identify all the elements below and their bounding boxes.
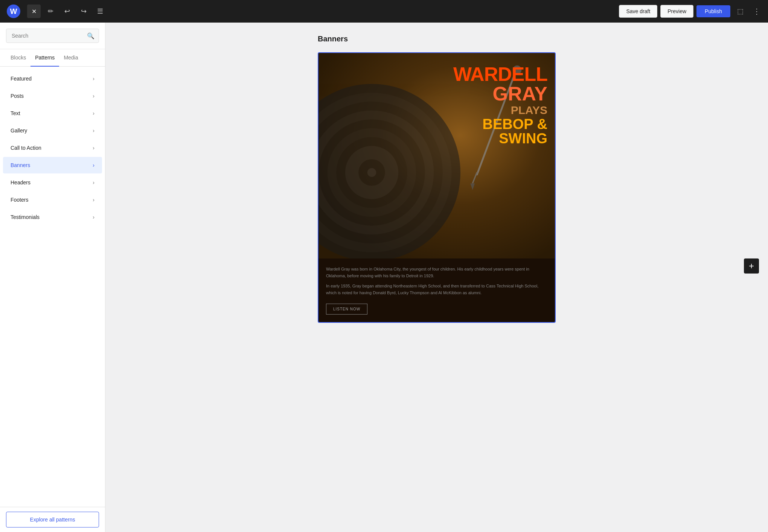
search-input-wrap: 🔍 (6, 29, 99, 43)
plays-text: PLAYS (326, 103, 547, 117)
wp-logo-area: W (5, 0, 23, 23)
save-draft-button[interactable]: Save draft (619, 5, 657, 18)
listen-now-button[interactable]: LISTEN NOW (326, 304, 367, 315)
main-layout: 🔍 Blocks Patterns Media Featured › Posts (0, 23, 768, 532)
search-icon: 🔍 (87, 32, 94, 40)
sidebar-item-gallery[interactable]: Gallery › (3, 122, 102, 139)
close-button[interactable]: ✕ (27, 5, 41, 18)
banner-description-para2: In early 1935, Gray began attending Nort… (326, 283, 547, 296)
tab-patterns[interactable]: Patterns (30, 49, 59, 67)
preview-button[interactable]: Preview (660, 5, 693, 18)
chevron-right-icon: › (93, 145, 94, 151)
plus-icon: + (749, 261, 754, 271)
sidebar-item-testimonials[interactable]: Testimonials › (3, 209, 102, 225)
chevron-right-icon: › (93, 197, 94, 203)
search-bar-area: 🔍 (0, 23, 105, 49)
toolbar-right-actions: Save draft Preview Publish ⬚ ⋮ (619, 5, 763, 18)
more-options-icon: ⋮ (753, 7, 760, 16)
banner-card[interactable]: WARDELL GRAY PLAYS BEBOP & SWING Wardell… (318, 52, 556, 323)
sidebar-toggle-icon: ⬚ (737, 7, 744, 15)
redo-button[interactable]: ↪ (77, 5, 90, 18)
tab-media[interactable]: Media (59, 49, 82, 67)
svg-point-9 (367, 168, 376, 177)
wp-logo-icon: W (7, 5, 20, 18)
band-name-line1: WARDELL (326, 64, 547, 84)
more-options-button[interactable]: ⋮ (750, 5, 763, 18)
chevron-right-icon: › (93, 214, 94, 220)
edit-tool-button[interactable]: ✏ (44, 5, 57, 18)
chevron-right-icon: › (93, 162, 94, 168)
sidebar-item-banners[interactable]: Banners › (3, 157, 102, 173)
pencil-icon: ✏ (48, 7, 53, 15)
tabs-bar: Blocks Patterns Media (0, 49, 105, 67)
banner-text-overlay: WARDELL GRAY PLAYS BEBOP & SWING (318, 53, 555, 153)
add-block-button[interactable]: + (744, 258, 759, 274)
chevron-right-icon: › (93, 128, 94, 134)
sidebar-item-posts[interactable]: Posts › (3, 88, 102, 104)
tab-blocks[interactable]: Blocks (6, 49, 30, 67)
toolbar: W ✕ ✏ ↩ ↪ ☰ Save draft Preview Publish ⬚… (0, 0, 768, 23)
explore-patterns-area: Explore all patterns (0, 507, 105, 532)
svg-line-12 (472, 172, 477, 184)
svg-marker-13 (470, 184, 475, 190)
list-view-icon: ☰ (97, 7, 103, 15)
category-list: Featured › Posts › Text › Gallery › Call… (0, 67, 105, 507)
search-input[interactable] (6, 29, 99, 43)
banner-description-para1: Wardell Gray was born in Oklahoma City, … (326, 266, 547, 279)
banner-image-area: WARDELL GRAY PLAYS BEBOP & SWING (318, 53, 555, 258)
undo-button[interactable]: ↩ (60, 5, 74, 18)
list-view-button[interactable]: ☰ (93, 5, 107, 18)
chevron-right-icon: › (93, 110, 94, 116)
explore-all-patterns-button[interactable]: Explore all patterns (6, 512, 99, 527)
chevron-right-icon: › (93, 93, 94, 99)
chevron-right-icon: › (93, 76, 94, 82)
close-icon: ✕ (32, 8, 37, 15)
page-title: Banners (318, 35, 556, 43)
sidebar-item-headers[interactable]: Headers › (3, 174, 102, 191)
left-sidebar: 🔍 Blocks Patterns Media Featured › Posts (0, 23, 105, 532)
banner-text-content: Wardell Gray was born in Oklahoma City, … (318, 258, 555, 322)
publish-button[interactable]: Publish (696, 5, 730, 17)
sidebar-toggle-button[interactable]: ⬚ (733, 5, 747, 18)
swing-text: SWING (326, 131, 547, 146)
redo-icon: ↪ (81, 7, 87, 15)
content-area: Banners (105, 23, 768, 532)
band-name-line2: GRAY (326, 84, 547, 103)
content-inner: Banners (309, 23, 565, 532)
sidebar-item-call-to-action[interactable]: Call to Action › (3, 140, 102, 156)
undo-icon: ↩ (64, 7, 70, 15)
bebop-text: BEBOP & (326, 117, 547, 131)
sidebar-item-text[interactable]: Text › (3, 105, 102, 122)
sidebar-item-footers[interactable]: Footers › (3, 192, 102, 208)
sidebar-item-featured[interactable]: Featured › (3, 70, 102, 87)
chevron-right-icon: › (93, 179, 94, 185)
